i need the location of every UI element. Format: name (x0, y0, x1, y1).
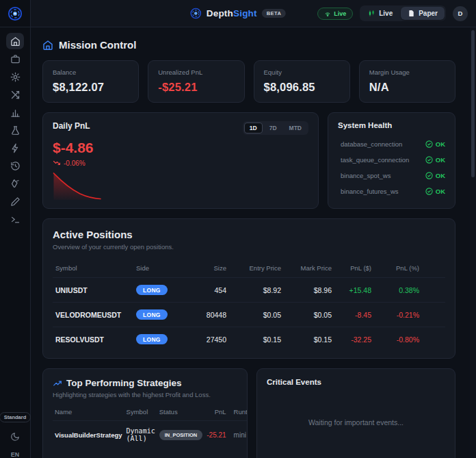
gear-icon (10, 72, 21, 82)
stat-value: $8,096.85 (264, 81, 340, 94)
status-badge: IN_POSITION (159, 430, 203, 440)
daily-pnl-change: -0.06% (53, 159, 308, 167)
mode-paper-button[interactable]: Paper (401, 7, 445, 20)
tab-1d[interactable]: 1D (244, 123, 263, 133)
sidebar-item-terminal[interactable] (6, 211, 24, 227)
system-health-card: System Health database_connection OK tas… (328, 112, 455, 209)
position-entry: $8.92 (229, 278, 284, 303)
health-item: binance_spot_ws OK (338, 168, 445, 183)
health-status-label: OK (436, 140, 445, 148)
flask-icon (10, 125, 21, 136)
critical-events-title: Critical Events (267, 378, 445, 386)
brand-name: DepthSight (207, 8, 257, 18)
side-badge: LONG (136, 285, 168, 295)
tab-7d[interactable]: 7D (264, 123, 282, 133)
side-badge: LONG (136, 309, 168, 320)
sidebar-item-portfolio[interactable] (6, 51, 24, 67)
sidebar-item-lab[interactable] (6, 122, 24, 138)
mode-live-button[interactable]: Live (361, 7, 399, 20)
active-positions-card: Active Positions Overview of your curren… (42, 218, 455, 359)
beta-badge: BETA (262, 9, 286, 18)
daily-pnl-value: $-4.86 (53, 140, 308, 156)
candlestick-chart-icon (368, 10, 375, 17)
health-name: task_queue_connection (341, 156, 409, 164)
home-icon (10, 36, 21, 47)
health-status: OK (425, 140, 445, 148)
brand: DepthSight BETA (190, 8, 286, 19)
sidebar-item-home[interactable] (6, 33, 24, 49)
daily-pnl-sparkline (53, 171, 308, 200)
health-status: OK (425, 172, 445, 179)
sidebar-item-history[interactable] (6, 157, 24, 174)
stat-card-equity: Equity $8,096.85 (254, 60, 350, 103)
pencil-icon (10, 196, 21, 207)
sidebar-item-analytics[interactable] (6, 104, 24, 120)
position-size: 27450 (187, 327, 229, 352)
positions-header-row: Symbol Side Size Entry Price Mark Price … (53, 260, 445, 278)
system-health-title: System Health (338, 121, 445, 129)
strategy-runtime: mini (228, 421, 248, 449)
user-avatar[interactable]: D (453, 6, 468, 21)
check-circle-icon (425, 188, 433, 195)
stat-label: Balance (53, 68, 129, 76)
check-circle-icon (425, 172, 433, 179)
avatar-letter: D (458, 10, 463, 17)
plan-badge: Standard (0, 412, 31, 422)
connection-status-label: Live (334, 10, 346, 17)
app-logo-button[interactable] (0, 0, 31, 27)
position-entry: $0.15 (229, 327, 284, 352)
daily-pnl-change-value: -0.06% (64, 160, 85, 167)
daily-pnl-card: Daily PnL 1D 7D MTD $-4.86 -0.06% (42, 112, 319, 209)
health-name: binance_futures_ws (341, 188, 399, 195)
position-symbol: UNIUSDT (53, 278, 133, 303)
scrollbar-thumb[interactable] (471, 30, 475, 177)
position-mark: $0.05 (284, 303, 334, 327)
sidebar-item-backtest[interactable] (6, 175, 24, 192)
mode-live-label: Live (379, 10, 393, 17)
col-name: Name (53, 405, 124, 421)
col-status: Status (157, 405, 205, 421)
strategy-icon (10, 90, 21, 100)
sidebar-item-settings[interactable] (6, 68, 24, 85)
health-status-label: OK (436, 172, 445, 179)
col-symbol: Symbol (53, 260, 133, 278)
health-name: database_connection (341, 140, 402, 148)
daily-pnl-title: Daily PnL (53, 121, 90, 131)
stat-card-margin-usage: Margin Usage N/A (359, 60, 455, 103)
briefcase-icon (10, 54, 21, 64)
sidebar-nav: Standard EN (0, 27, 31, 458)
stat-value: N/A (369, 81, 445, 94)
sidebar-item-signals[interactable] (6, 140, 24, 156)
col-runtime: Runt (228, 405, 248, 421)
moon-icon (10, 432, 20, 442)
sidebar-item-strategies[interactable] (6, 86, 24, 103)
theme-toggle-button[interactable] (6, 429, 24, 445)
col-pnl: PnL (204, 405, 228, 421)
sidebar-item-editor[interactable] (6, 193, 24, 209)
vertical-scrollbar[interactable] (470, 27, 476, 458)
position-symbol: VELODROMEUSDT (53, 303, 133, 327)
active-positions-subtitle: Overview of your currently open position… (53, 243, 445, 251)
col-pnl-usd: PnL ($) (334, 260, 374, 278)
positions-table: Symbol Side Size Entry Price Mark Price … (53, 260, 445, 351)
strategy-name: VisualBuilderStrategy (53, 421, 124, 449)
tab-mtd[interactable]: MTD (284, 123, 307, 133)
position-size: 80448 (187, 303, 229, 327)
trending-down-icon (53, 159, 61, 167)
position-pnl-pct: -0.80% (374, 327, 422, 352)
top-strategies-title: Top Performing Strategies (66, 378, 182, 388)
top-navbar: DepthSight BETA Live (0, 0, 476, 27)
app-logo-icon (8, 6, 23, 21)
document-icon (408, 10, 415, 17)
stat-card-unrealized-pnl: Unrealized PnL -$25.21 (148, 60, 244, 103)
col-pnl-pct: PnL (%) (374, 260, 422, 278)
wifi-icon (324, 10, 331, 17)
language-selector[interactable]: EN (11, 451, 20, 458)
position-row: RESOLVUSDT LONG 27450 $0.15 $0.15 -32.25… (53, 327, 445, 352)
strategy-pnl: -25.21 (204, 421, 228, 449)
side-badge: LONG (136, 334, 168, 344)
position-mark: $0.15 (284, 327, 334, 352)
range-tabs: 1D 7D MTD (243, 121, 308, 135)
health-status-label: OK (436, 188, 445, 195)
position-symbol: RESOLVUSDT (53, 327, 133, 352)
